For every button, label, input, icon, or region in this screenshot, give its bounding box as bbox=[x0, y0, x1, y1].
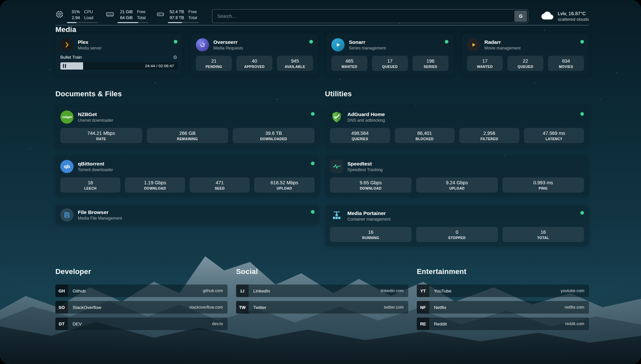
bookmark-name: DEV bbox=[73, 321, 82, 326]
bookmark-name: LinkedIn bbox=[253, 288, 270, 293]
search-engine-button[interactable]: G bbox=[514, 11, 527, 22]
app-card-portainer[interactable]: Media Portainer Container management 16R… bbox=[325, 205, 589, 246]
app-card-nzbget[interactable]: nzbget NZBGet Usenet downloader 744.21 M… bbox=[55, 106, 320, 147]
app-subtitle: DNS and adblocking bbox=[348, 118, 385, 123]
stat-download: 9.65 GbpsDOWNLOAD bbox=[330, 177, 412, 193]
stat-upload: 618.52 MbpsUPLOAD bbox=[254, 177, 314, 193]
plex-progress-bar[interactable]: 24:44 / 02:06:47 bbox=[60, 62, 177, 70]
bookmark-url: linkedin.com bbox=[381, 288, 404, 293]
stat-stopped: 0STOPPED bbox=[416, 227, 498, 242]
stat-wanted: 485WANTED bbox=[331, 56, 367, 71]
app-name: Plex bbox=[78, 39, 102, 45]
bookmark-abbr: GH bbox=[55, 285, 68, 297]
bookmark-twitter[interactable]: TW Twitter twitter.com bbox=[236, 301, 408, 314]
app-card-filebrowser[interactable]: File Browser Media File Management bbox=[55, 205, 320, 225]
documents-column: Documents & Files nzbget NZBGet Usenet d… bbox=[55, 90, 320, 225]
plex-time: 24:44 / 02:06:47 bbox=[145, 64, 174, 68]
qbittorrent-icon: qb bbox=[60, 160, 74, 173]
entertainment-column: Entertainment YT YouTube youtube.com NF … bbox=[417, 267, 589, 334]
disk-icon bbox=[156, 10, 165, 20]
bookmark-url: stackoverflow.com bbox=[189, 305, 223, 310]
pause-icon[interactable] bbox=[63, 64, 66, 68]
stat-downloaded: 39.6 TBDOWNLOADED bbox=[233, 128, 315, 143]
status-dot bbox=[580, 211, 584, 215]
bookmark-url: dev.to bbox=[212, 321, 223, 326]
bookmark-url: twitter.com bbox=[384, 305, 404, 310]
bookmark-url: reddit.com bbox=[565, 321, 584, 326]
bookmark-name: Reddit bbox=[434, 321, 447, 326]
settings-gear-icon[interactable]: ⚙ bbox=[173, 55, 177, 60]
bookmark-reddit[interactable]: RE Reddit reddit.com bbox=[417, 318, 589, 330]
stat-blocked: 86,401BLOCKED bbox=[395, 128, 455, 143]
app-subtitle: Series management bbox=[349, 46, 386, 50]
app-card-adguard[interactable]: AdGuard Home DNS and adblocking 498,564Q… bbox=[325, 106, 589, 147]
bookmark-name: Netflix bbox=[434, 305, 446, 310]
disk-free-label: Free bbox=[188, 9, 199, 15]
bookmark-linkedin[interactable]: LI LinkedIn linkedin.com bbox=[236, 285, 408, 297]
app-subtitle: Movie management bbox=[484, 46, 521, 50]
section-title-media: Media bbox=[55, 25, 589, 34]
cpu-load-label: Load bbox=[84, 15, 98, 21]
cpu-percent: 31% bbox=[67, 9, 80, 15]
bookmark-abbr: RE bbox=[417, 318, 429, 330]
status-dot bbox=[311, 162, 315, 165]
section-title-developer: Developer bbox=[55, 267, 228, 276]
cpu-icon bbox=[55, 10, 64, 20]
stat-queries: 498,564QUERIES bbox=[330, 128, 390, 143]
stat-filtered: 2,956FILTERED bbox=[459, 128, 519, 143]
stat-seed: 471SEED bbox=[190, 177, 250, 193]
app-name: Radarr bbox=[484, 39, 521, 45]
stat-upload: 9.24 GbpsUPLOAD bbox=[416, 177, 498, 193]
bookmark-netflix[interactable]: NF Netflix netflix.com bbox=[417, 301, 589, 314]
radarr-icon bbox=[467, 38, 480, 51]
app-subtitle: Media Requests bbox=[213, 46, 243, 50]
cpu-widget: 31% CPU 2.94 Load bbox=[55, 9, 98, 23]
now-playing-row: Bullet Train ⚙ bbox=[60, 55, 177, 60]
app-card-qbittorrent[interactable]: qb qBittorrent Torrent downloader 16LEEC… bbox=[55, 156, 320, 197]
stat-wanted: 17WANTED bbox=[467, 56, 503, 71]
disk-total-label: Total bbox=[188, 15, 199, 21]
bookmark-github[interactable]: GH Github github.com bbox=[55, 285, 228, 297]
disk-usage-bar bbox=[168, 22, 199, 23]
bookmark-name: YouTube bbox=[434, 288, 451, 293]
bookmark-abbr: DT bbox=[55, 318, 68, 330]
bookmark-abbr: SO bbox=[55, 301, 68, 314]
ram-widget: 21 GiB Free 64 GiB Total bbox=[106, 9, 148, 23]
stat-series: 196SERIES bbox=[412, 56, 448, 71]
app-card-overseerr[interactable]: Overseerr Media Requests 21PENDING 40APP… bbox=[191, 34, 318, 75]
app-card-speedtest[interactable]: Speedtest Speedtest Tracking 9.65 GbpsDO… bbox=[325, 156, 589, 197]
top-bar: 31% CPU 2.94 Load bbox=[55, 0, 589, 19]
status-dot bbox=[580, 40, 584, 44]
ram-usage-bar bbox=[117, 22, 148, 23]
bookmark-youtube[interactable]: YT YouTube youtube.com bbox=[417, 285, 589, 297]
bookmark-name: Twitter bbox=[253, 305, 266, 310]
bookmark-abbr: TW bbox=[236, 301, 249, 314]
weather-widget: Lviv, 16.87°C scattered clouds bbox=[541, 10, 589, 23]
search-input[interactable] bbox=[213, 14, 514, 19]
stars bbox=[0, 0, 1, 1]
filebrowser-icon bbox=[60, 208, 74, 222]
bookmark-stackoverflow[interactable]: SO StackOverflow stackoverflow.com bbox=[55, 301, 228, 314]
status-dot bbox=[174, 40, 177, 44]
app-card-radarr[interactable]: Radarr Movie management 17WANTED 22QUEUE… bbox=[462, 34, 589, 75]
stat-queued: 22QUEUED bbox=[507, 56, 543, 71]
cpu-load-value: 2.94 bbox=[67, 15, 80, 21]
plex-icon bbox=[60, 38, 74, 51]
system-widgets: 31% CPU 2.94 Load bbox=[55, 9, 199, 23]
now-playing-title: Bullet Train bbox=[60, 55, 82, 60]
disk-total-value: 97.9 TB bbox=[168, 15, 184, 21]
nzbget-icon: nzbget bbox=[60, 110, 74, 124]
stat-movies: 834MOVIES bbox=[548, 56, 584, 71]
bookmark-dev[interactable]: DT DEV dev.to bbox=[55, 318, 228, 330]
section-title-documents: Documents & Files bbox=[55, 90, 320, 98]
app-name: Overseerr bbox=[213, 39, 243, 45]
app-card-plex[interactable]: Plex Media server Bullet Train ⚙ 24:44 /… bbox=[55, 34, 182, 75]
bookmark-abbr: LI bbox=[236, 285, 249, 297]
stat-remaining: 266 GBREMAINING bbox=[147, 128, 229, 143]
ram-free-label: Free bbox=[137, 9, 148, 15]
status-dot bbox=[445, 40, 448, 44]
app-card-sonarr[interactable]: Sonarr Series management 485WANTED 17QUE… bbox=[326, 34, 453, 75]
stat-rate: 744.21 MbpsRATE bbox=[60, 128, 142, 143]
status-dot bbox=[311, 210, 315, 214]
app-name: File Browser bbox=[78, 209, 122, 215]
